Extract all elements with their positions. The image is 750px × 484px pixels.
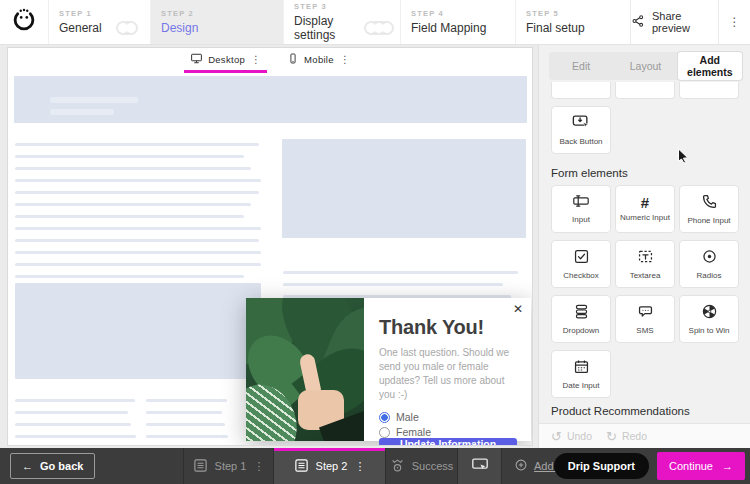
element-card-label: Phone Input [687, 217, 730, 226]
display-preview-button[interactable] [457, 448, 502, 484]
element-card-label: Numeric Input [620, 214, 670, 223]
header-more-menu[interactable]: ⋮ [718, 0, 750, 44]
drip-support-button[interactable]: Drip Support [554, 453, 649, 479]
step-eyebrow: STEP 4 [411, 9, 515, 18]
radio-female[interactable] [379, 427, 390, 438]
element-card-label: Textarea [630, 272, 661, 281]
tab-mobile-label: Mobile [304, 54, 334, 65]
element-card-dropdown[interactable]: Dropdown [551, 295, 611, 343]
tab-mobile[interactable]: Mobile [287, 52, 334, 67]
radio-male[interactable] [379, 412, 390, 423]
sidebar-tabs: Edit Layout Add elements [549, 52, 742, 80]
element-card-phone-input[interactable]: Phone Input [679, 185, 739, 233]
mobile-icon [287, 52, 299, 67]
step-eyebrow: STEP 1 [59, 9, 150, 18]
element-card-textarea[interactable]: Textarea [615, 240, 675, 288]
spin-to-win-icon [701, 303, 718, 323]
go-back-label: Go back [40, 460, 83, 472]
close-icon: ✕ [513, 302, 523, 316]
undo-icon: ↺ [551, 430, 562, 443]
header-step-display-settings[interactable]: STEP 3 Display settings [283, 0, 400, 44]
thank-you-popup[interactable]: ✕ Thank You! One last question. Should w… [246, 298, 531, 441]
footer-step-label: Step 1 [215, 460, 247, 472]
tab-add-elements[interactable]: Add elements [678, 52, 742, 80]
radios-icon [701, 248, 718, 268]
mouse-cursor-icon [677, 148, 689, 169]
redo-button[interactable]: ↻ Redo [606, 430, 647, 443]
footer-step-2[interactable]: Step 2 ⋮ [273, 448, 385, 484]
mobile-tab-menu[interactable]: ⋮ [340, 54, 350, 65]
kebab-icon[interactable]: ⋮ [354, 461, 365, 472]
back-button-icon [571, 113, 591, 134]
form-builder-app: STEP 1 General STEP 2 Design STEP 3 Disp… [0, 0, 750, 484]
kebab-icon: ⋮ [340, 54, 350, 65]
calendar-icon [573, 358, 590, 378]
radio-option-female: Female [379, 426, 517, 438]
general-toggle[interactable] [116, 21, 138, 35]
builder-footer: ← Go back Step 1 ⋮ Step 2 [0, 448, 750, 484]
go-back-button[interactable]: ← Go back [10, 453, 95, 479]
preview-canvas: Desktop ⋮ Mobile ⋮ [0, 45, 538, 448]
header-step-final-setup[interactable]: STEP 5 Final setup [515, 0, 630, 44]
element-card-label: Radios [697, 272, 722, 281]
plus-circle-icon [514, 458, 528, 474]
element-card-input[interactable]: Input [551, 185, 611, 233]
element-card-partial[interactable] [551, 82, 611, 99]
elements-sidebar: Edit Layout Add elements Back Button For… [538, 45, 750, 448]
radio-male-label: Male [396, 411, 419, 423]
desktop-icon [190, 52, 203, 67]
textarea-icon [637, 248, 654, 268]
step-label: General [59, 21, 102, 35]
element-card-label: Dropdown [563, 327, 599, 336]
wireframe-footer-column-1 [15, 399, 136, 446]
kebab-icon: ⋮ [729, 16, 741, 28]
tab-desktop[interactable]: Desktop [190, 52, 245, 67]
preview-panel: Desktop ⋮ Mobile ⋮ [7, 47, 533, 446]
element-card-date-input[interactable]: Date Input [551, 350, 611, 398]
element-card-partial[interactable] [679, 82, 739, 99]
popup-close-button[interactable]: ✕ [513, 302, 523, 316]
footer-step-tabs: Step 1 ⋮ Step 2 ⋮ Suc [183, 448, 589, 484]
step-eyebrow: STEP 3 [294, 2, 400, 11]
device-tabs: Desktop ⋮ Mobile ⋮ [8, 48, 532, 73]
continue-button[interactable]: Continue → [657, 452, 745, 480]
display-settings-toggle[interactable] [364, 21, 394, 35]
step-document-icon [294, 458, 309, 475]
sms-icon [637, 303, 654, 323]
popup-title: Thank You! [379, 316, 517, 339]
redo-label: Redo [622, 430, 647, 442]
header-step-design[interactable]: STEP 2 Design [150, 0, 283, 44]
kebab-icon[interactable]: ⋮ [253, 461, 264, 472]
element-card-spin-to-win[interactable]: Spin to Win [679, 295, 739, 343]
footer-step-success[interactable]: Success [385, 448, 457, 484]
popup-body-text: One last question. Should we send you ma… [379, 346, 517, 402]
header-step-field-mapping[interactable]: STEP 4 Field Mapping [400, 0, 515, 44]
element-card-sms[interactable]: SMS [615, 295, 675, 343]
share-preview-button[interactable]: Share preview [630, 0, 718, 44]
footer-step-1[interactable]: Step 1 ⋮ [183, 448, 273, 484]
drip-logo[interactable] [0, 0, 48, 44]
element-card-back-button[interactable]: Back Button [551, 106, 611, 154]
desktop-tab-menu[interactable]: ⋮ [251, 54, 261, 65]
mobile-tab-group: Mobile ⋮ [281, 48, 356, 73]
arrow-left-icon: ← [22, 460, 33, 472]
step-label: Field Mapping [411, 21, 486, 35]
tab-desktop-label: Desktop [208, 54, 245, 65]
step-label: Display settings [294, 14, 364, 42]
element-card-numeric-input[interactable]: # Numeric Input [615, 185, 675, 233]
undo-button[interactable]: ↺ Undo [551, 430, 592, 443]
update-information-button[interactable]: Update Information [379, 438, 517, 446]
header-step-general[interactable]: STEP 1 General [48, 0, 150, 44]
tab-edit[interactable]: Edit [549, 52, 613, 80]
popup-content: ✕ Thank You! One last question. Should w… [364, 298, 531, 441]
desktop-tab-group: Desktop ⋮ [184, 48, 267, 73]
input-icon [571, 193, 591, 212]
tab-layout[interactable]: Layout [613, 52, 677, 80]
step-document-icon [193, 458, 208, 475]
element-card-partial[interactable] [615, 82, 675, 99]
arrow-right-icon: → [722, 460, 733, 472]
checkbox-icon [573, 248, 590, 268]
element-card-label: Date Input [563, 382, 600, 391]
element-card-radios[interactable]: Radios [679, 240, 739, 288]
element-card-checkbox[interactable]: Checkbox [551, 240, 611, 288]
